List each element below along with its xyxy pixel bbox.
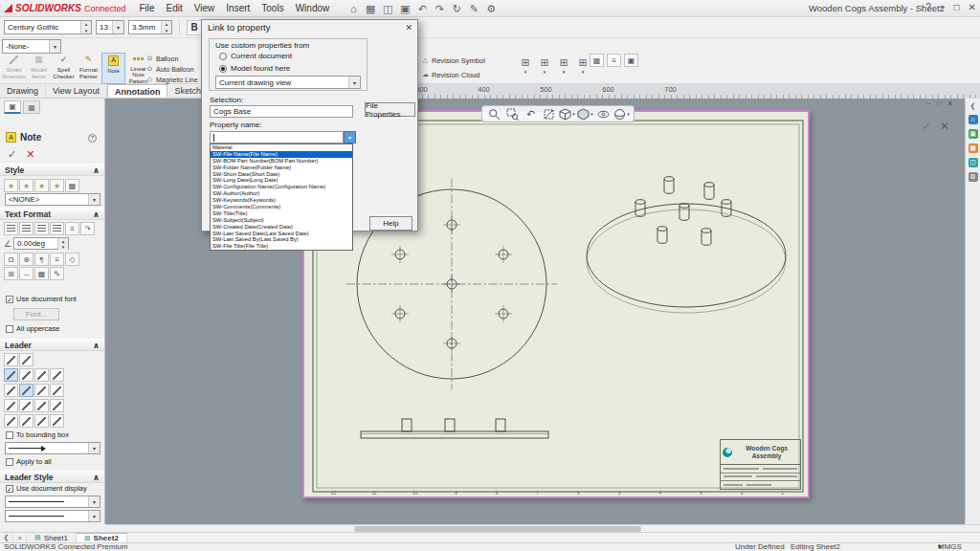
redo-icon[interactable]: ↷ [433,1,446,16]
model-found-here-radio[interactable]: Model found here [219,64,290,73]
rebuild-icon[interactable]: ↻ [450,1,463,16]
stacked-text-icon[interactable]: ≡ [50,253,64,266]
property-name-dropdown-icon[interactable]: ▾ [344,131,356,143]
apply-to-all-checkbox[interactable]: Apply to all [6,457,52,466]
property-option[interactable]: SW-Subject(Subject) [211,217,352,224]
property-option[interactable]: SW-Created Date(Created Date) [211,224,352,231]
annotation-tool-icon[interactable]: ▣ [624,54,638,67]
taskpane-library-icon[interactable]: ▦ [969,143,978,153]
file-properties-button[interactable]: File Properties [365,102,415,117]
revision-symbol-button[interactable]: △ Revision Symbol [421,55,485,66]
edit-appearance-icon[interactable]: ▾ [613,107,630,121]
help-icon[interactable]: ? [925,2,931,12]
chevron-down-icon[interactable]: ▾ [348,77,360,88]
leader-option-icon[interactable] [19,368,33,382]
sheet-tab-sheet1[interactable]: ▤ Sheet1 [27,533,77,542]
font-size-combo[interactable]: 13 ▾ [96,20,124,34]
section-view-icon[interactable] [541,107,557,121]
font-family-combo[interactable]: Century Gothic ▴▾ [4,20,92,34]
options-gear-icon[interactable]: ⚙ [484,1,498,16]
taskpane-collapse-icon[interactable]: ❮ [970,102,976,110]
property-option[interactable]: SW-Comments(Comments) [211,204,352,210]
hole-table-button[interactable]: ⊞▾ [536,50,553,81]
propertymanager-tab-icon[interactable]: ▣ [4,100,21,114]
section-text-format[interactable]: Text Format∧ [0,208,104,220]
angle-field[interactable]: 0.00deg ▴▾ [13,237,69,250]
leader-option-icon[interactable] [50,368,64,382]
text-height-field[interactable]: 3.5mm ▴▾ [128,20,172,34]
property-option[interactable]: SW-Long Date(Long Date) [211,177,352,184]
chevron-down-icon[interactable]: ▾ [49,40,60,53]
property-option[interactable]: SW-File Title(File Title) [211,243,352,250]
section-style[interactable]: Style∧ [0,164,104,176]
zoom-fit-icon[interactable] [486,107,502,121]
sheet-tab-sheet2[interactable]: ▤ Sheet2 [77,533,127,542]
font-button[interactable]: Font... [13,308,59,320]
leader-option-icon[interactable] [34,399,49,412]
view-orientation-icon[interactable]: ▾ [559,107,575,121]
favorite-apply-icon[interactable]: ★ [4,179,18,192]
horizontal-scrollbar[interactable] [105,524,980,532]
property-source-combo[interactable]: Current drawing view ▾ [215,76,361,89]
leader-option-icon[interactable] [19,353,33,366]
property-option[interactable]: SW-Short Date(Short Date) [211,171,352,178]
maximize-icon[interactable]: □ [954,2,960,12]
leader-option-icon[interactable] [34,414,49,428]
spell-checker-button[interactable]: ✓ Spell Checker [52,53,76,84]
selection-field[interactable]: Cogs Base [210,105,353,118]
markup-pencil-icon[interactable]: ✎ [467,1,480,16]
arrow-style-combo[interactable]: ▾ [5,442,100,454]
leader-option-icon[interactable] [4,414,18,428]
property-option[interactable]: SW-BOM Part Number(BOM Part Number) [211,158,352,165]
justify-icon[interactable] [50,222,64,235]
leader-option-icon[interactable] [4,384,18,397]
note-button[interactable]: A Note [101,53,125,84]
close-icon[interactable]: ✕ [969,2,976,12]
taskpane-settings-icon[interactable]: ⚙ [969,172,978,182]
all-uppercase-checkbox[interactable]: All uppercase [6,324,59,333]
favorite-save-icon[interactable]: ▦ [65,179,79,192]
leader-option-icon[interactable] [50,399,64,412]
use-document-font-checkbox[interactable]: ✓Use document font [6,295,77,303]
leader-option-icon[interactable] [19,384,33,397]
section-leader[interactable]: Leader∧ [0,339,104,351]
property-option[interactable]: SW-Last Saved Date(Last Saved Date) [211,231,352,237]
vertical-align-icon[interactable]: ≡ [65,222,79,235]
insert-symbol-icon[interactable]: Ω [4,253,18,266]
bold-button[interactable]: B [187,20,202,35]
previous-view-icon[interactable]: ↶ [523,107,539,121]
leader-option-icon[interactable] [50,414,64,428]
tab-view-layout[interactable]: View Layout [46,84,107,98]
revision-cloud-button[interactable]: ☁ Revision Cloud [421,69,485,80]
doc-close-icon[interactable]: ✕ [947,99,954,108]
property-name-input[interactable] [210,131,344,143]
display-pane-tab-icon[interactable]: ▦ [23,100,40,114]
bom-table-button[interactable]: ⊞▾ [555,50,572,81]
angle-spinner[interactable]: ▴▾ [57,238,68,249]
use-document-display-checkbox[interactable]: ✓Use document display [6,484,87,493]
tab-drawing[interactable]: Drawing [0,84,46,98]
edit-text-icon[interactable]: ✎ [50,267,64,280]
save-icon[interactable]: ◫ [381,1,394,16]
dimension-style-combo[interactable]: -None- ▾ [2,39,61,54]
sheet-nav-list-icon[interactable]: ≡ [13,533,27,542]
property-option[interactable]: SW-Last Saved By(Last Saved By) [211,236,352,243]
ok-button[interactable]: ✓ [8,148,16,161]
print-icon[interactable]: ▣ [398,1,412,16]
chevron-down-icon[interactable]: ▾ [88,443,100,453]
taskpane-explorer-icon[interactable]: ◫ [969,158,978,167]
menu-item[interactable]: View [189,3,221,13]
menu-item[interactable]: Edit [161,3,189,13]
leader-option-icon[interactable] [19,414,33,428]
leader-option-icon[interactable] [34,368,49,382]
section-leader-style[interactable]: Leader Style∧ [0,471,104,483]
doc-minimize-icon[interactable]: − [926,99,931,108]
leader-option-icon[interactable] [19,399,33,412]
chevron-down-icon[interactable]: ▾ [112,21,123,33]
display-style-icon[interactable]: ▾ [577,107,593,121]
auto-balloon-button[interactable]: ⊙ Auto Balloon [145,64,198,74]
favorite-add-icon[interactable]: ★ [19,179,33,192]
format-painter-button[interactable]: ✎ Format Painter [77,53,100,84]
cancel-button[interactable]: ✕ [26,148,34,161]
pattern-icon[interactable]: ▦ [34,267,49,280]
